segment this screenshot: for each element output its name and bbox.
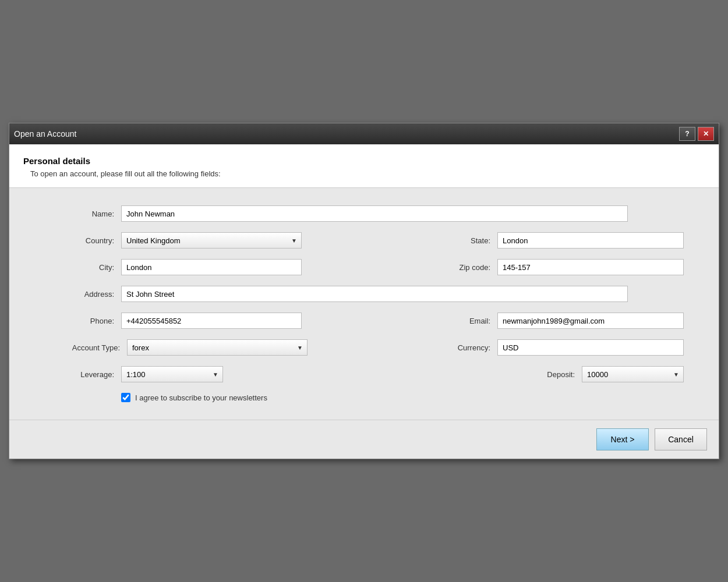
close-button[interactable]: ✕ xyxy=(698,127,714,141)
email-label: Email: xyxy=(450,317,490,325)
deposit-label: Deposit: xyxy=(522,370,575,379)
deposit-select[interactable]: 10000 5000 25000 50000 xyxy=(582,366,684,382)
footer: Next > Cancel xyxy=(9,420,719,459)
title-bar-buttons: ? ✕ xyxy=(679,127,714,141)
account-type-select-wrapper: forex crypto stocks xyxy=(127,339,308,356)
phone-input[interactable] xyxy=(121,313,302,329)
phone-label: Phone: xyxy=(44,317,114,325)
city-input[interactable] xyxy=(121,259,302,275)
next-button[interactable]: Next > xyxy=(596,428,649,450)
email-input[interactable] xyxy=(497,313,684,329)
title-bar: Open an Account ? ✕ xyxy=(9,123,719,144)
state-label: State: xyxy=(444,236,490,245)
cancel-button[interactable]: Cancel xyxy=(655,428,707,450)
country-select-wrapper: United Kingdom United States Germany Fra… xyxy=(121,232,302,249)
address-label: Address: xyxy=(44,290,114,299)
header-section: Personal details To open an account, ple… xyxy=(9,144,719,188)
email-group: Email: xyxy=(364,313,684,329)
account-type-label: Account Type: xyxy=(44,343,120,352)
section-subtitle: To open an account, please fill out all … xyxy=(30,169,705,178)
zip-group: Zip code: xyxy=(364,259,684,275)
country-group: Country: United Kingdom United States Ge… xyxy=(44,232,364,249)
name-row: Name: xyxy=(44,205,684,222)
city-zip-row: City: Zip code: xyxy=(44,259,684,275)
dialog-title: Open an Account xyxy=(14,129,76,139)
account-currency-row: Account Type: forex crypto stocks Curren… xyxy=(44,339,684,356)
country-select[interactable]: United Kingdom United States Germany Fra… xyxy=(121,232,302,249)
state-input[interactable] xyxy=(497,232,684,249)
city-group: City: xyxy=(44,259,364,275)
leverage-group: Leverage: 1:100 1:50 1:200 1:500 xyxy=(44,366,364,382)
newsletter-label: I agree to subscribe to your newsletters xyxy=(135,393,267,402)
state-group: State: xyxy=(364,232,684,249)
leverage-label: Leverage: xyxy=(44,370,114,379)
account-type-group: Account Type: forex crypto stocks xyxy=(44,339,364,356)
name-input[interactable] xyxy=(121,205,628,222)
zip-input[interactable] xyxy=(497,259,684,275)
currency-label: Currency: xyxy=(438,343,490,352)
account-type-select[interactable]: forex crypto stocks xyxy=(127,339,308,356)
form-area: Name: Country: United Kingdom United Sta… xyxy=(9,188,719,420)
phone-email-row: Phone: Email: xyxy=(44,313,684,329)
address-input[interactable] xyxy=(121,286,628,302)
leverage-select[interactable]: 1:100 1:50 1:200 1:500 xyxy=(121,366,223,382)
city-label: City: xyxy=(44,263,114,272)
newsletter-row: I agree to subscribe to your newsletters xyxy=(121,393,684,402)
section-title: Personal details xyxy=(23,156,705,166)
newsletter-checkbox[interactable] xyxy=(121,393,130,402)
address-row: Address: xyxy=(44,286,684,302)
currency-input[interactable] xyxy=(497,339,684,356)
country-state-row: Country: United Kingdom United States Ge… xyxy=(44,232,684,249)
currency-group: Currency: xyxy=(364,339,684,356)
leverage-deposit-row: Leverage: 1:100 1:50 1:200 1:500 Deposit… xyxy=(44,366,684,382)
open-account-dialog: Open an Account ? ✕ Personal details To … xyxy=(9,123,719,459)
country-label: Country: xyxy=(44,236,114,245)
phone-group: Phone: xyxy=(44,313,364,329)
leverage-select-wrapper: 1:100 1:50 1:200 1:500 xyxy=(121,366,223,382)
deposit-group: Deposit: 10000 5000 25000 50000 xyxy=(364,366,684,382)
deposit-select-wrapper: 10000 5000 25000 50000 xyxy=(582,366,684,382)
help-button[interactable]: ? xyxy=(679,127,695,141)
name-label: Name: xyxy=(44,210,114,218)
zip-label: Zip code: xyxy=(432,263,490,272)
